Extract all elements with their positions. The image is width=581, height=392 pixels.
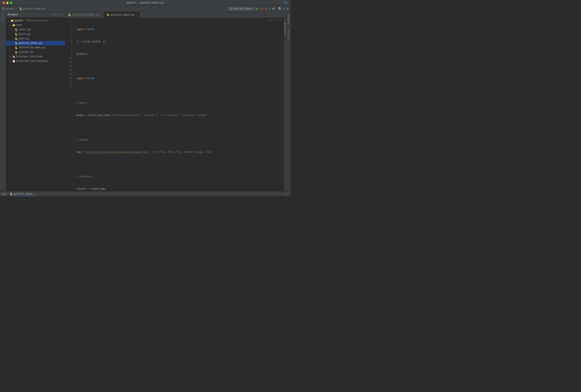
code-line-5: import torch (76, 76, 286, 81)
label-external: External Libraries (16, 55, 43, 58)
line-num-12: 12 (67, 64, 72, 68)
code-line-3: print(x) (76, 52, 286, 56)
stop-button[interactable]: ⏹ (272, 7, 275, 10)
tab-close-pytorch[interactable]: ✕ (136, 14, 137, 16)
run-header: Run: 🐍 pytorch_check ✕ ⚙ ✕ (0, 191, 290, 196)
chevron-up-icon[interactable]: ∧ (278, 19, 279, 21)
code-content[interactable]: import torch x = torch.rand(5, 3) print(… (74, 18, 286, 191)
label-yolov5: yolov5s.pt (19, 51, 33, 54)
code-line-13: # Inference (76, 175, 286, 179)
maximize-button[interactable] (10, 2, 12, 4)
editor-indicators: ⚠ 2 ✓ 5 ∧ ∨ (267, 19, 282, 21)
project-nav-item[interactable]: 🔧 pytest (2, 7, 14, 10)
minimize-button[interactable] (6, 2, 8, 4)
run-settings-icon[interactable]: ⚙ (284, 193, 286, 196)
sciview-panel-tab[interactable]: SciView (287, 29, 290, 41)
code-line-11: img = 'https://ultralytics.com/images/zi… (76, 150, 286, 154)
project-label: pytest (6, 7, 14, 10)
add-icon[interactable]: ⊕ (52, 13, 53, 16)
traffic-lights (2, 2, 12, 4)
git-icon[interactable]: ⊕ (287, 7, 288, 10)
collapse-icon[interactable]: ≡ (54, 13, 56, 16)
code-line-12 (76, 162, 286, 167)
line-num-7: 7 (67, 44, 72, 48)
tab-label-tensorflow: TensorFlow_demo.py (72, 13, 99, 16)
chevron-down-icon: ▾ (252, 7, 253, 10)
window-title: pytest – pytorch_check.py (127, 1, 164, 4)
hide-icon[interactable]: ✕ (62, 13, 64, 16)
tab-icon-pytorch: 🐍 (106, 13, 110, 16)
project-title-label: Project (8, 13, 18, 16)
label-tensorflow: TensorFlow_demo.py (19, 46, 45, 49)
tree-arrow-root: ▾ (8, 20, 10, 22)
project-panel: Project ▾ ⊕ ≡ ↕ ⚙ ✕ ▾ 📁 pytest ~/Desktop… (6, 12, 66, 191)
label-venv: venv (16, 24, 22, 26)
chevron-down-icon[interactable]: ∨ (280, 19, 282, 21)
sort-icon[interactable]: ↕ (57, 13, 58, 16)
editor-scrollbar[interactable] (284, 18, 286, 191)
project-tree: ▾ 📁 pytest ~/Desktop/pytest ▶ 📁 venv 🐍 c… (6, 17, 65, 191)
label-pytorch: pytorch_check.py (19, 42, 42, 45)
tree-item-tensorflow[interactable]: 🐍 TensorFlow_demo.py (6, 45, 65, 50)
root-label: pytest (14, 19, 23, 22)
label-main: main.py (19, 37, 29, 40)
debug-button[interactable]: 🐞 (260, 7, 264, 10)
line-num-8: 8 (67, 48, 72, 52)
code-line-8: model = torch.hub.load('ultralytics/yolo… (76, 113, 286, 117)
code-line-1: import torch (76, 27, 286, 31)
code-line-6 (76, 89, 286, 93)
run-tab-close[interactable]: ✕ (34, 193, 36, 195)
run-tab-pytorch[interactable]: 🐍 pytorch_check ✕ (10, 192, 36, 196)
search-button[interactable]: 🔍 (278, 7, 282, 10)
ok-badge: ✓ 5 (272, 19, 276, 21)
line-num-14: 14 (67, 72, 72, 76)
top-toolbar: 🔧 pytest › 🐍 pytorch_check.py 🔧 pytorch_… (0, 6, 290, 12)
tree-item-yolov5[interactable]: 🐍 yolov5s.pt (6, 50, 65, 54)
file-nav-label: pytorch_check.py (23, 7, 45, 10)
folder-icon-venv: 📁 (12, 24, 15, 27)
run-close-icon[interactable]: ✕ (287, 193, 288, 196)
line-num-13: 13 (67, 68, 72, 72)
run-config-selector[interactable]: 🔧 pytorch_check ▾ (228, 7, 255, 11)
root-path: ~/Desktop/pytest (25, 19, 48, 22)
tree-item-scratches[interactable]: ▶ 📋 Scratches and Consoles (6, 59, 65, 63)
left-sidebar-icons: Project (0, 12, 6, 191)
user-icon[interactable]: 👤▾ (284, 1, 288, 4)
tab-icon-tensorflow: 🐍 (68, 13, 71, 16)
tree-item-external[interactable]: ▶ 📚 External Libraries (6, 54, 65, 59)
tree-item-pytorch[interactable]: 🐍 pytorch_check.py (6, 41, 65, 45)
run-label: Run: (2, 193, 8, 196)
warning-badge: ⚠ 2 (267, 19, 271, 21)
line-num-17: 17 (67, 85, 72, 89)
editor-tabs: 🐍 TensorFlow_demo.py ✕ 🐍 pytorch_check.p… (66, 12, 286, 18)
database-panel-tab[interactable]: Database (287, 12, 290, 25)
profile-button[interactable]: ↻ (268, 7, 270, 10)
code-line-9 (76, 126, 286, 130)
sidebar-project-icon[interactable]: Project (0, 13, 6, 18)
line-numbers: 1 2 3 4 5 6 7 8 9 10 11 12 13 14 15 16 1… (66, 18, 74, 191)
line-num-3: 3 (67, 27, 72, 31)
code-editor: ⚠ 2 ✓ 5 ∧ ∨ 1 2 3 4 5 6 7 8 9 10 11 12 1… (66, 18, 286, 191)
tree-item-main[interactable]: 🐍 main.py (6, 36, 65, 41)
run-button[interactable]: ▶ (256, 7, 258, 11)
tree-item-hello[interactable]: 🐍 Hello.py (6, 32, 65, 36)
tree-item-const[interactable]: 🐍 const.py (6, 27, 65, 32)
settings-button[interactable]: ⚙ (283, 7, 285, 10)
scratches-icon: 📋 (12, 60, 15, 63)
tab-tensorflow[interactable]: 🐍 TensorFlow_demo.py ✕ (66, 12, 104, 18)
run-tab-label: pytorch_check (14, 193, 33, 195)
tree-item-venv[interactable]: ▶ 📁 venv (6, 23, 65, 27)
tab-pytorch[interactable]: 🐍 pytorch_check.py ✕ (104, 12, 140, 18)
close-button[interactable] (2, 2, 5, 4)
line-num-5: 5 (67, 35, 72, 40)
tree-root[interactable]: ▾ 📁 pytest ~/Desktop/pytest (6, 18, 65, 23)
py-icon-main: 🐍 (15, 37, 18, 40)
line-num-4: 4 (67, 31, 72, 35)
tab-close-tensorflow[interactable]: ✕ (100, 14, 101, 16)
gear-icon[interactable]: ⚙ (60, 13, 61, 16)
arrow-venv: ▶ (10, 24, 12, 26)
file-nav-item[interactable]: 🐍 pytorch_check.py (20, 7, 45, 10)
scrollbar-thumb[interactable] (284, 22, 286, 34)
code-line-2: x = torch.rand(5, 3) (76, 40, 286, 44)
coverage-button[interactable]: ⚙ (265, 7, 267, 10)
